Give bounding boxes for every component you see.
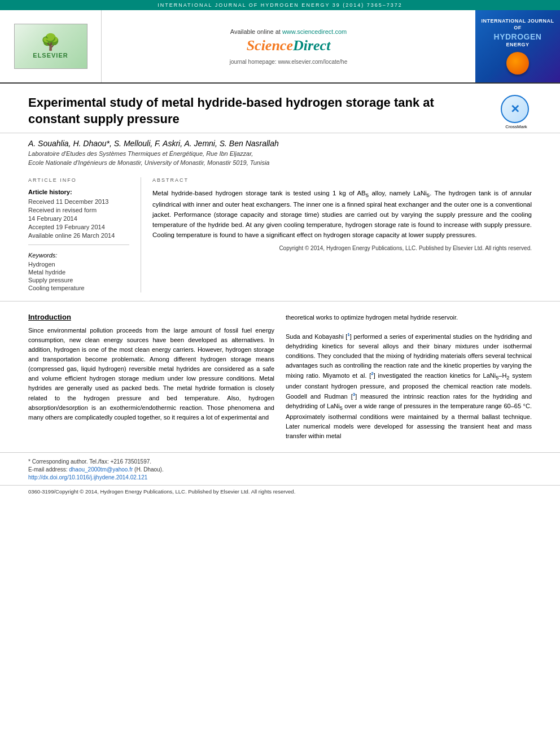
journal-bar-text: INTERNATIONAL JOURNAL OF HYDROGEN ENERGY…	[158, 2, 403, 8]
abstract-col: ABSTRACT Metal hydride-based hydrogen st…	[141, 177, 532, 292]
info-divider	[28, 244, 129, 245]
elsevier-wordmark: ELSEVIER	[33, 52, 68, 59]
sciencedirect-logo: ScienceDirect	[247, 37, 331, 54]
article-title: Experimental study of metal hydride-base…	[28, 95, 487, 127]
body-left: Introduction Since environmental polluti…	[28, 313, 274, 441]
affiliation-line-1: Laboratoire d'Etudes des Systèmes Thermi…	[28, 150, 532, 157]
center-header: Available online at www.sciencedirect.co…	[102, 10, 475, 82]
keyword-supply-pressure: Supply pressure	[28, 277, 129, 283]
two-col-area: ARTICLE INFO Article history: Received 1…	[0, 169, 560, 302]
article-history-label: Article history:	[28, 189, 129, 195]
article-info-heading: ARTICLE INFO	[28, 177, 129, 183]
introduction-heading: Introduction	[28, 313, 274, 321]
footnote-corresponding: * Corresponding author. Tel./fax: +216 7…	[28, 458, 532, 465]
footnote-doi: http://dx.doi.org/10.1016/j.ijhydene.201…	[28, 474, 532, 480]
crossmark-badge: ✕ CrossMark	[501, 95, 532, 126]
keyword-hydrogen: Hydrogen	[28, 261, 129, 268]
body-two-col: Introduction Since environmental polluti…	[0, 302, 560, 452]
elsevier-logo-col: 🌳 ELSEVIER	[0, 10, 102, 82]
journal-cover-col: International Journal of HYDROGEN ENERGY	[475, 10, 560, 82]
journal-bar: INTERNATIONAL JOURNAL OF HYDROGEN ENERGY…	[0, 0, 560, 10]
journal-cover-title: International Journal of HYDROGEN ENERGY	[481, 18, 554, 48]
accepted-date: Accepted 19 February 2014	[28, 224, 129, 230]
footnote-email: E-mail address: dhaou_2000tm@yahoo.fr (H…	[28, 466, 532, 473]
journal-cover-icon	[506, 52, 529, 75]
elsevier-logo-box: 🌳 ELSEVIER	[14, 24, 88, 69]
elsevier-tree-icon: 🌳	[41, 34, 60, 50]
authors-section: A. Souahlia, H. Dhaou*, S. Mellouli, F. …	[0, 133, 560, 169]
doi-link[interactable]: http://dx.doi.org/10.1016/j.ijhydene.201…	[28, 474, 147, 480]
journal-homepage: journal homepage: www.elsevier.com/locat…	[230, 59, 347, 65]
keyword-cooling-temp: Cooling temperature	[28, 285, 129, 291]
right-col-paragraph-1: theoretical works to optimize hydrogen m…	[286, 313, 532, 322]
footer-notes: * Corresponding author. Tel./fax: +216 7…	[0, 452, 560, 485]
available-online-text: Available online at www.sciencedirect.co…	[230, 28, 347, 35]
article-title-section: Experimental study of metal hydride-base…	[0, 84, 560, 133]
received-revised-label: Received in revised form	[28, 207, 129, 213]
crossmark-icon: ✕	[501, 95, 529, 123]
footnote-email-link[interactable]: dhaou_2000tm@yahoo.fr	[69, 466, 133, 473]
footer-bar: 0360-3199/Copyright © 2014, Hydrogen Ene…	[0, 485, 560, 497]
received-date-1: Received 11 December 2013	[28, 198, 129, 205]
crossmark-label: CrossMark	[501, 124, 532, 129]
received-revised-date: 14 February 2014	[28, 215, 129, 222]
keywords-label: Keywords:	[28, 252, 129, 259]
available-online-date: Available online 26 March 2014	[28, 232, 129, 239]
body-right: theoretical works to optimize hydrogen m…	[286, 313, 532, 441]
abstract-text: Metal hydride-based hydrogen storage tan…	[152, 189, 532, 240]
header-area: 🌳 ELSEVIER Available online at www.scien…	[0, 10, 560, 84]
affiliation-line-2: Ecole Nationale d'Ingénieurs de Monastir…	[28, 159, 532, 166]
abstract-copyright: Copyright © 2014, Hydrogen Energy Public…	[152, 245, 532, 251]
abstract-heading: ABSTRACT	[152, 177, 532, 183]
right-col-paragraph-2: Suda and Kobayashi [1] performed a serie…	[286, 331, 532, 441]
science-direct-url[interactable]: www.sciencedirect.com	[282, 28, 347, 35]
introduction-paragraph: Since environmental pollution proceeds f…	[28, 326, 274, 422]
authors-line: A. Souahlia, H. Dhaou*, S. Mellouli, F. …	[28, 139, 532, 148]
article-info-col: ARTICLE INFO Article history: Received 1…	[28, 177, 141, 292]
keyword-metal-hydride: Metal hydride	[28, 269, 129, 276]
